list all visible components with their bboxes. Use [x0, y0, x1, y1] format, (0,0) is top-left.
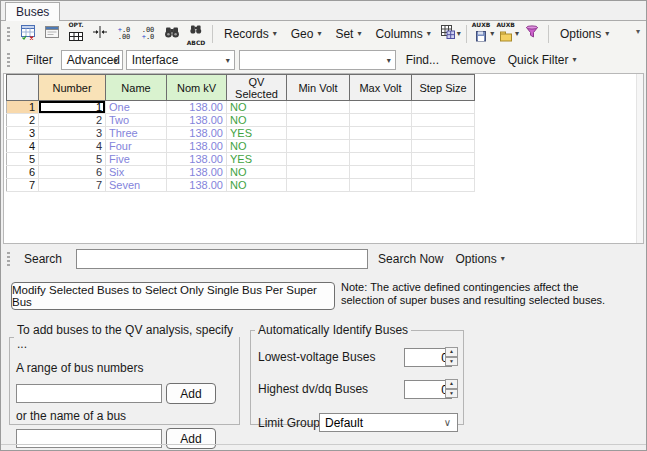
filter-value-combo[interactable]: ▾	[239, 50, 396, 70]
cell-number[interactable]: 6	[39, 166, 106, 179]
cell-qv-selected[interactable]: NO	[227, 166, 287, 179]
cell-nom-kv[interactable]: 138.00	[167, 166, 227, 179]
set-menu[interactable]: Set ▾	[328, 23, 368, 45]
cell-min-volt[interactable]	[287, 153, 350, 166]
cell-step-size[interactable]	[412, 127, 475, 140]
cell-min-volt[interactable]	[287, 101, 350, 114]
cell-name[interactable]: Five	[106, 153, 167, 166]
cell-step-size[interactable]	[412, 153, 475, 166]
form-view-button[interactable]	[41, 23, 63, 45]
cell-name[interactable]: Four	[106, 140, 167, 153]
cell-min-volt[interactable]	[287, 166, 350, 179]
cell-number[interactable]: 5	[39, 153, 106, 166]
find-dialog-button[interactable]: Find...	[400, 49, 445, 71]
row-header-cell[interactable]: 5	[7, 153, 39, 166]
toolbar-grip[interactable]	[7, 27, 10, 41]
cell-max-volt[interactable]	[350, 153, 412, 166]
col-header-name[interactable]: Name	[106, 75, 167, 101]
cell-number[interactable]: 7	[39, 179, 106, 192]
bus-name-input[interactable]	[16, 429, 162, 448]
cell-qv-selected[interactable]: NO	[227, 114, 287, 127]
cell-qv-selected[interactable]: NO	[227, 140, 287, 153]
filter-type-combo[interactable]: Interface ▾	[126, 50, 235, 70]
options-table-button[interactable]: OPT.	[65, 23, 87, 45]
add-range-button[interactable]: Add	[166, 383, 216, 404]
search-now-button[interactable]: Search Now	[372, 248, 449, 270]
quick-filter-menu[interactable]: Quick Filter ▾	[502, 49, 583, 71]
cell-step-size[interactable]	[412, 179, 475, 192]
row-header-cell[interactable]: 1	[7, 101, 39, 114]
cell-min-volt[interactable]	[287, 140, 350, 153]
add-name-button[interactable]: Add	[166, 428, 216, 449]
row-header-cell[interactable]: 4	[7, 140, 39, 153]
cell-name[interactable]: Two	[106, 114, 167, 127]
cell-nom-kv[interactable]: 138.00	[167, 140, 227, 153]
cell-nom-kv[interactable]: 138.00	[167, 179, 227, 192]
toolbar-grip[interactable]	[7, 53, 10, 67]
columns-menu[interactable]: Columns ▾	[368, 23, 437, 45]
cell-min-volt[interactable]	[287, 114, 350, 127]
cell-qv-selected[interactable]: YES	[227, 153, 287, 166]
cell-max-volt[interactable]	[350, 179, 412, 192]
row-header-cell[interactable]: 3	[7, 127, 39, 140]
search-options-menu[interactable]: Options ▾	[449, 248, 510, 270]
cell-name[interactable]: Seven	[106, 179, 167, 192]
row-header-cell[interactable]: 7	[7, 179, 39, 192]
cell-number[interactable]: 3	[39, 127, 106, 140]
cell-max-volt[interactable]	[350, 127, 412, 140]
corner-header-cell[interactable]	[7, 75, 39, 101]
records-menu[interactable]: Records ▾	[217, 23, 284, 45]
remove-filter-button[interactable]: Remove	[445, 49, 502, 71]
cell-max-volt[interactable]	[350, 114, 412, 127]
cell-step-size[interactable]	[412, 140, 475, 153]
cell-nom-kv[interactable]: 138.00	[167, 127, 227, 140]
cell-max-volt[interactable]	[350, 166, 412, 179]
record-grid-button[interactable]	[17, 23, 39, 45]
cell-name[interactable]: Three	[106, 127, 167, 140]
increase-decimals-button[interactable]: ++.0.0 .00	[113, 23, 135, 45]
cell-step-size[interactable]	[412, 114, 475, 127]
copy-paste-grid-button[interactable]: ▾	[439, 23, 461, 45]
filter-funnel-button[interactable]	[521, 23, 543, 45]
cell-step-size[interactable]	[412, 101, 475, 114]
cell-number[interactable]: 1	[39, 101, 106, 114]
row-header-cell[interactable]: 6	[7, 166, 39, 179]
cell-number[interactable]: 4	[39, 140, 106, 153]
toolbar-grip[interactable]	[7, 252, 10, 266]
autosize-columns-button[interactable]	[89, 23, 111, 45]
grid-vertical-scrollbar[interactable]	[636, 74, 643, 243]
cell-qv-selected[interactable]: YES	[227, 127, 287, 140]
col-header-number[interactable]: Number	[39, 75, 106, 101]
tab-buses[interactable]: Buses	[5, 2, 60, 21]
spinner-down-icon[interactable]: ▼	[445, 357, 458, 367]
col-header-min-volt[interactable]: Min Volt	[287, 75, 350, 101]
spinner-down-icon[interactable]: ▼	[445, 389, 458, 399]
cell-min-volt[interactable]	[287, 179, 350, 192]
cell-min-volt[interactable]	[287, 127, 350, 140]
cell-name[interactable]: Six	[106, 166, 167, 179]
col-header-step-size[interactable]: Step Size	[412, 75, 475, 101]
search-input[interactable]	[76, 249, 368, 269]
options-menu[interactable]: Options ▾	[553, 23, 616, 45]
advanced-find-button[interactable]: ABCD	[185, 23, 207, 45]
col-header-max-volt[interactable]: Max Volt	[350, 75, 412, 101]
geo-menu[interactable]: Geo ▾	[284, 23, 329, 45]
toolbar-overflow-chevron[interactable]: ▾	[636, 27, 640, 36]
cell-qv-selected[interactable]: NO	[227, 101, 287, 114]
cell-nom-kv[interactable]: 138.00	[167, 101, 227, 114]
cell-qv-selected[interactable]: NO	[227, 179, 287, 192]
load-aux-button[interactable]: AUXB ▾	[496, 23, 519, 45]
cell-max-volt[interactable]	[350, 101, 412, 114]
spinner-up-icon[interactable]: ▲	[445, 347, 458, 357]
find-button[interactable]	[161, 23, 183, 45]
modify-selected-buses-button[interactable]: Modify Selected Buses to Select Only Sin…	[11, 282, 335, 310]
cell-name[interactable]: One	[106, 101, 167, 114]
col-header-qv-selected[interactable]: QV Selected	[227, 75, 287, 101]
row-header-cell[interactable]: 2	[7, 114, 39, 127]
col-header-nom-kv[interactable]: Nom kV	[167, 75, 227, 101]
cell-nom-kv[interactable]: 138.00	[167, 153, 227, 166]
bus-range-input[interactable]	[16, 384, 162, 403]
spinner-up-icon[interactable]: ▲	[445, 379, 458, 389]
cell-max-volt[interactable]	[350, 140, 412, 153]
save-aux-button[interactable]: AUXB ▾	[472, 23, 495, 45]
